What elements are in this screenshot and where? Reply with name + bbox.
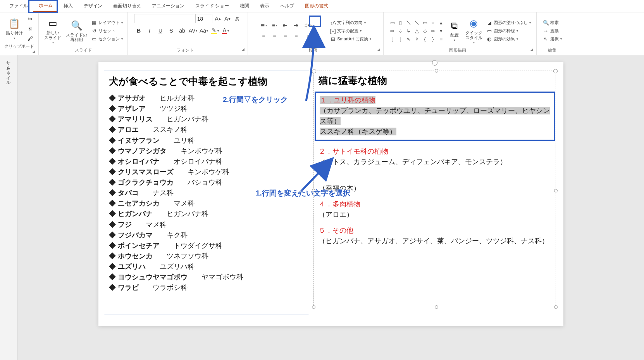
shape-textbox-icon[interactable]: ▭ (389, 19, 396, 26)
selected-text-block[interactable]: １．ユリ科の植物 （カサブランカ、テッポウユリ、チューリップ、ローズマリー、ヒヤ… (315, 92, 555, 141)
align-text-button[interactable]: [≡]文字の配置▾ (329, 27, 372, 34)
align-right-icon: ≡ (284, 33, 287, 39)
shape-brace2-icon[interactable]: ⌋ (397, 35, 405, 43)
shape-textbox2-icon[interactable]: ▯ (397, 19, 405, 26)
thumbnail-panel[interactable]: ▶ サムネイル (0, 55, 18, 360)
section-button[interactable]: ▭セクション▾ (90, 35, 124, 42)
rotate-handle[interactable] (432, 60, 437, 66)
tab-animations[interactable]: アニメーション (146, 0, 190, 12)
reset-button[interactable]: ↺リセット (90, 27, 124, 34)
tab-help[interactable]: ヘルプ (275, 0, 300, 12)
font-color-icon: A (222, 27, 227, 34)
tab-shape-format[interactable]: 図形の書式 (300, 0, 334, 12)
plant-item: ウマノアシガタ キンポウゲ科 (109, 146, 304, 156)
ribbon-tabs: ファイル ホーム 挿入 デザイン 画面切り替え アニメーション スライド ショー… (0, 0, 644, 12)
shape-brace3-icon[interactable]: { (421, 35, 429, 43)
char-spacing-button[interactable]: AV▾ (188, 26, 198, 35)
clipboard-launcher[interactable]: ◢ (33, 49, 35, 53)
shape-connector-icon[interactable]: ↳ (405, 27, 413, 35)
clear-formatting-button[interactable]: A̷ (233, 14, 241, 23)
align-left-button[interactable]: ≡ (259, 32, 268, 40)
shape-outline-button[interactable]: ▭図形の枠線▾ (486, 27, 532, 34)
arrange-button[interactable]: ⧉ 配置▾ (447, 19, 462, 42)
shape-freeform-icon[interactable]: ✧ (413, 35, 421, 43)
select-button[interactable]: ↖選択▾ (542, 35, 563, 42)
italic-button[interactable]: I (145, 26, 154, 35)
font-launcher[interactable]: ◢ (242, 47, 245, 51)
shape-triangle-icon[interactable]: △ (413, 27, 421, 35)
text-direction-button[interactable]: ↕A文字列の方向▾ (329, 19, 372, 26)
paragraph-launcher[interactable]: ◢ (377, 47, 380, 51)
shape-effects-button[interactable]: ◐図形の効果▾ (486, 35, 532, 42)
underline-button[interactable]: U (156, 26, 165, 35)
shape-arrow2-icon[interactable]: ⇩ (397, 27, 405, 35)
numbering-button[interactable]: ≡▾ (270, 21, 279, 29)
align-left-icon: ≡ (262, 33, 265, 39)
plant-item: ニセアカシカ マメ科 (109, 198, 304, 209)
resize-handle[interactable] (435, 305, 438, 309)
group-font: A▴ A▾ A̷ B I U S ab AV▾ Aa▾ ✎▾ A▾ フォント◢ (128, 12, 248, 55)
tab-transitions[interactable]: 画面切り替え (108, 0, 146, 12)
change-case-button[interactable]: Aa▾ (199, 26, 208, 35)
shape-line-icon[interactable]: ＼ (405, 19, 413, 26)
bold-button[interactable]: B (134, 26, 143, 35)
tab-view[interactable]: 表示 (255, 0, 275, 12)
decrease-indent-button[interactable]: ⇤ (281, 21, 289, 29)
font-color-button[interactable]: A▾ (221, 26, 230, 35)
shape-arrow3-icon[interactable]: ⇨ (429, 27, 437, 35)
shape-curve-icon[interactable]: ∿ (405, 35, 413, 43)
font-size-input[interactable] (195, 14, 212, 23)
cut-button[interactable]: ✂ (26, 15, 34, 23)
shape-rect-icon[interactable]: ▭ (421, 19, 429, 26)
find-button[interactable]: 🔍検索 (542, 19, 563, 26)
align-right-button[interactable]: ≡ (281, 32, 289, 40)
resize-handle[interactable] (435, 69, 438, 73)
font-name-input[interactable] (134, 14, 194, 23)
reuse-slides-button[interactable]: 🔍 スライドの 再利用 (64, 19, 89, 43)
gallery-up-icon[interactable]: ▴ (437, 19, 445, 26)
replace-button[interactable]: ↔置換 (542, 27, 563, 34)
resize-handle[interactable] (554, 189, 558, 192)
plant-item: ユズリハ ユズリハ科 (109, 261, 304, 272)
shape-arrow-icon[interactable]: ⇨ (389, 27, 396, 35)
align-center-button[interactable]: ≡ (270, 32, 279, 40)
shape-brace4-icon[interactable]: } (429, 35, 437, 43)
shape-line2-icon[interactable]: ＼ (413, 19, 421, 26)
shape-fill-button[interactable]: ◢図形の塗りつぶし▾ (486, 19, 532, 26)
gallery-down-icon[interactable]: ▾ (437, 27, 445, 35)
shape-oval-icon[interactable]: ○ (429, 19, 437, 26)
drawing-launcher[interactable]: ◢ (530, 47, 533, 51)
highlight-button[interactable]: ✎▾ (210, 26, 219, 35)
quick-styles-button[interactable]: ◉ クイック スタイル▾ (464, 16, 484, 45)
strikethrough-button[interactable]: S (167, 26, 176, 35)
resize-handle[interactable] (554, 305, 558, 309)
tab-review[interactable]: 校閲 (234, 0, 255, 12)
resize-handle[interactable] (312, 305, 315, 309)
thumbnail-toggle-icon[interactable]: ▶ (7, 66, 10, 70)
paste-button[interactable]: 📋 貼り付け ▾ (4, 17, 24, 40)
shape-brace-icon[interactable]: ⌊ (389, 35, 396, 43)
shadow-button[interactable]: ab (177, 26, 187, 35)
plant-item: フジ マメ科 (109, 220, 304, 230)
outdent-icon: ⇤ (283, 22, 288, 28)
select-icon: ↖ (543, 36, 549, 42)
cats-list[interactable]: １．ユリ科の植物 （カサブランカ、テッポウユリ、チューリップ、ローズマリー、ヒヤ… (319, 92, 551, 247)
tab-insert[interactable]: 挿入 (58, 0, 78, 12)
tab-slideshow[interactable]: スライド ショー (190, 0, 234, 12)
plant-item: ワラビ ウラボシ科 (109, 282, 304, 293)
slide-editor[interactable]: 犬が食べることで中毒を起こす植物 アサガオ ヒルガオ科アザレア ツツジ科アマリリ… (18, 55, 644, 360)
shapes-gallery[interactable]: ▭ ▯ ＼ ＼ ▭ ○ ▴ ⇨ ⇩ ↳ △ ◇ ⇨ ▾ ⌊ ⌋ ∿ ✧ { } (389, 19, 445, 43)
numbering-icon: ≡ (272, 22, 275, 28)
bullets-button[interactable]: ≣▾ (259, 21, 268, 29)
tab-design[interactable]: デザイン (78, 0, 108, 12)
reuse-icon: 🔍 (71, 19, 83, 32)
gallery-more-icon[interactable]: ≡ (437, 35, 445, 43)
increase-font-button[interactable]: A▴ (214, 14, 222, 23)
layout-button[interactable]: ▦レイアウト▾ (90, 19, 124, 26)
copy-button[interactable]: ⎘ (26, 24, 34, 33)
format-painter-button[interactable]: 🖌 (26, 34, 34, 43)
decrease-font-button[interactable]: A▾ (223, 14, 232, 23)
convert-smartart-button[interactable]: ⊞SmartArt に変換▾ (329, 35, 372, 42)
new-slide-button[interactable]: ▭ 新しい スライド▾ (43, 16, 63, 45)
shape-diamond-icon[interactable]: ◇ (421, 27, 429, 35)
